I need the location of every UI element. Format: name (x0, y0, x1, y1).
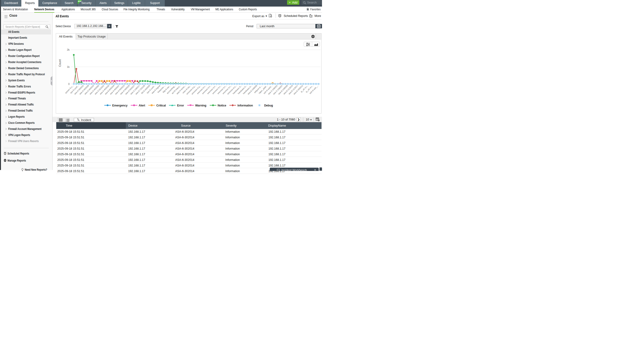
svg-text:1k: 1k (67, 65, 70, 68)
svg-text:0: 0 (68, 83, 69, 85)
svg-text:Count: Count (58, 59, 62, 67)
svg-text:2k: 2k (67, 48, 70, 51)
